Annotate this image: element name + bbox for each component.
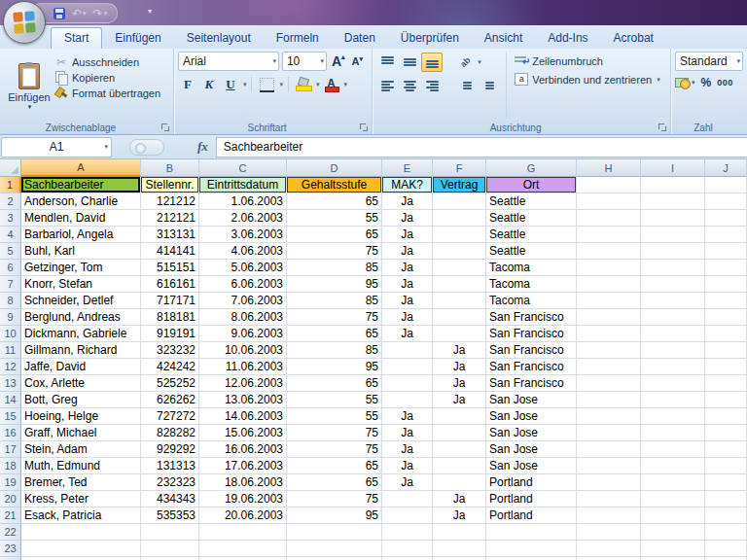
cell-C3[interactable]: 2.06.2003 <box>199 210 287 227</box>
cell-B9[interactable]: 818181 <box>141 309 199 326</box>
cell-G20[interactable]: Portland <box>486 491 577 508</box>
cell-F1[interactable]: Vertrag <box>433 177 486 193</box>
dialog-launcher-icon[interactable] <box>360 123 369 132</box>
row-header-3[interactable]: 3 <box>0 210 21 227</box>
cell-J11[interactable] <box>705 342 747 359</box>
cell-F7[interactable] <box>433 276 486 293</box>
cell-I10[interactable] <box>641 326 705 342</box>
cell-A13[interactable]: Cox, Arlette <box>21 375 141 392</box>
cell-A18[interactable]: Muth, Edmund <box>21 458 141 474</box>
cell-G22[interactable] <box>486 524 577 541</box>
cell-C21[interactable]: 20.06.2003 <box>199 508 287 524</box>
cell-A15[interactable]: Hoeing, Helge <box>21 408 141 425</box>
cell-B7[interactable]: 616161 <box>141 276 199 293</box>
column-header-J[interactable]: J <box>705 159 747 177</box>
cell-A2[interactable]: Anderson, Charlie <box>21 193 141 210</box>
cell-F20[interactable]: Ja <box>433 491 486 508</box>
cell-I7[interactable] <box>641 276 705 293</box>
column-header-C[interactable]: C <box>199 159 287 177</box>
cell-H8[interactable] <box>577 293 641 309</box>
cell-B19[interactable]: 232323 <box>141 474 199 491</box>
cell-B4[interactable]: 313131 <box>141 227 199 243</box>
cell-F10[interactable] <box>433 326 486 342</box>
row-header-18[interactable]: 18 <box>0 458 21 474</box>
dialog-launcher-icon[interactable] <box>658 123 667 132</box>
cell-H5[interactable] <box>577 243 641 260</box>
bold-button[interactable]: F <box>178 76 197 93</box>
cell-D6[interactable]: 85 <box>287 260 382 276</box>
cell-H13[interactable] <box>577 375 641 392</box>
cell-H16[interactable] <box>577 425 641 441</box>
cell-A11[interactable]: Gillmann, Richard <box>21 342 141 359</box>
cell-I18[interactable] <box>641 458 705 474</box>
cell-I11[interactable] <box>641 342 705 359</box>
cell-D14[interactable]: 55 <box>287 392 382 408</box>
cell-I3[interactable] <box>641 210 705 227</box>
cell-A14[interactable]: Bott, Greg <box>21 392 141 408</box>
cell-C10[interactable]: 9.06.2003 <box>199 326 287 342</box>
align-middle-button[interactable] <box>399 52 420 72</box>
cell-G6[interactable]: Tacoma <box>486 260 577 276</box>
tab-formeln[interactable]: Formeln <box>264 28 332 49</box>
orientation-button[interactable]: ab <box>454 52 476 72</box>
cell-J13[interactable] <box>705 375 747 392</box>
insert-function-button[interactable]: fx <box>197 139 208 155</box>
cell-D2[interactable]: 65 <box>287 193 382 210</box>
cell-A4[interactable]: Barbariol, Angela <box>21 227 141 243</box>
cell-A21[interactable]: Esack, Patricia <box>21 508 141 524</box>
row-header-22[interactable]: 22 <box>0 524 21 541</box>
cell-J2[interactable] <box>705 193 747 210</box>
formula-input[interactable]: Sachbearbeiter <box>216 137 747 158</box>
cell-E10[interactable]: Ja <box>382 326 433 342</box>
cell-J7[interactable] <box>705 276 747 293</box>
cell-I15[interactable] <box>641 408 705 425</box>
cell-C4[interactable]: 3.06.2003 <box>199 227 287 243</box>
decrease-indent-button[interactable] <box>454 76 476 95</box>
cell-D16[interactable]: 75 <box>287 425 382 441</box>
cell-J9[interactable] <box>705 309 747 326</box>
cell-G11[interactable]: San Francisco <box>486 342 577 359</box>
cell-A16[interactable]: Graff, Michael <box>21 425 141 441</box>
cell-F16[interactable] <box>433 425 486 441</box>
cell-J19[interactable] <box>705 474 747 491</box>
cell-A6[interactable]: Getzinger, Tom <box>21 260 141 276</box>
column-header-D[interactable]: D <box>287 159 382 177</box>
font-name-select[interactable]: Arial <box>178 52 279 71</box>
cell-E7[interactable]: Ja <box>382 276 433 293</box>
cell-E17[interactable]: Ja <box>382 441 433 458</box>
cell-D11[interactable]: 85 <box>287 342 382 359</box>
tab-einfügen[interactable]: Einfügen <box>102 28 173 49</box>
align-top-button[interactable] <box>376 52 398 72</box>
undo-button[interactable] <box>72 7 87 20</box>
cell-J22[interactable] <box>705 524 747 541</box>
cell-H14[interactable] <box>577 392 641 408</box>
cell-E12[interactable] <box>382 359 433 375</box>
cell-E2[interactable]: Ja <box>382 193 433 210</box>
cell-B12[interactable]: 424242 <box>141 359 199 375</box>
cell-C19[interactable]: 18.06.2003 <box>199 474 287 491</box>
cell-H23[interactable] <box>577 541 641 557</box>
row-header-16[interactable]: 16 <box>0 425 21 441</box>
cell-F5[interactable] <box>433 243 486 260</box>
cell-D3[interactable]: 55 <box>287 210 382 227</box>
cell-F2[interactable] <box>433 193 486 210</box>
cell-G4[interactable]: Seattle <box>486 227 577 243</box>
cell-A1[interactable]: Sachbearbeiter <box>21 177 141 193</box>
cell-C2[interactable]: 1.06.2003 <box>199 193 287 210</box>
cell-G2[interactable]: Seattle <box>486 193 577 210</box>
currency-format-button[interactable] <box>675 76 695 89</box>
cell-H2[interactable] <box>577 193 641 210</box>
cell-H19[interactable] <box>577 474 641 491</box>
italic-button[interactable]: K <box>199 76 219 93</box>
cell-A20[interactable]: Kress, Peter <box>21 491 141 508</box>
cell-I13[interactable] <box>641 375 705 392</box>
cell-B3[interactable]: 212121 <box>141 210 199 227</box>
cell-B5[interactable]: 414141 <box>141 243 199 260</box>
cell-B11[interactable]: 323232 <box>141 342 199 359</box>
cell-C7[interactable]: 6.06.2003 <box>199 276 287 293</box>
cell-D12[interactable]: 95 <box>287 359 382 375</box>
cell-D18[interactable]: 65 <box>287 458 382 474</box>
column-header-F[interactable]: F <box>433 159 486 177</box>
cell-E6[interactable]: Ja <box>382 260 433 276</box>
cell-G7[interactable]: Tacoma <box>486 276 577 293</box>
